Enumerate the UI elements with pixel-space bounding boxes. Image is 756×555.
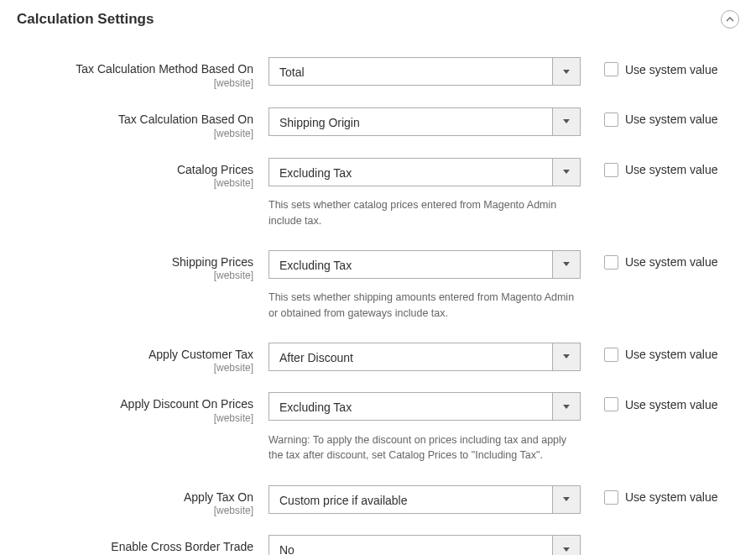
select-dropdown-button[interactable] — [552, 343, 581, 371]
select-field[interactable]: Shipping Origin — [269, 107, 581, 136]
field-label: Apply Tax On — [17, 490, 253, 505]
field-scope: [website] — [17, 505, 253, 516]
select-dropdown-button[interactable] — [552, 107, 581, 136]
use-system-value-checkbox[interactable] — [604, 348, 618, 362]
use-system-value-checkbox[interactable] — [604, 490, 618, 505]
select-dropdown-button[interactable] — [552, 485, 581, 514]
select-value[interactable]: Custom price if available — [269, 485, 552, 514]
field-scope: [website] — [17, 77, 253, 89]
field-label: Tax Calculation Based On — [17, 113, 253, 127]
field-label: Apply Customer Tax — [17, 348, 253, 362]
select-value[interactable]: Total — [269, 57, 552, 86]
select-value[interactable]: Excluding Tax — [269, 158, 552, 186]
select-value[interactable]: No — [269, 535, 552, 555]
caret-down-icon — [563, 497, 570, 501]
use-system-value-checkbox[interactable] — [604, 397, 618, 411]
use-system-value-label[interactable]: Use system value — [625, 163, 717, 176]
use-system-value-label[interactable]: Use system value — [625, 490, 717, 504]
caret-down-icon — [563, 405, 570, 409]
use-system-value-label[interactable]: Use system value — [625, 63, 717, 76]
use-system-value-checkbox[interactable] — [604, 62, 618, 76]
select-value[interactable]: Excluding Tax — [269, 392, 552, 421]
caret-down-icon — [563, 547, 570, 552]
select-field[interactable]: Custom price if available — [269, 485, 581, 514]
caret-down-icon — [563, 354, 570, 359]
section-title: Calculation Settings — [17, 11, 154, 28]
field-scope: [website] — [17, 128, 253, 139]
field-label: Catalog Prices — [17, 163, 253, 177]
field-label: Apply Discount On Prices — [17, 397, 253, 411]
select-field[interactable]: Excluding Tax — [269, 392, 581, 421]
field-label: Tax Calculation Method Based On — [17, 62, 253, 76]
select-dropdown-button[interactable] — [552, 250, 581, 279]
select-field[interactable]: Total — [269, 57, 581, 86]
select-dropdown-button[interactable] — [552, 535, 581, 555]
field-scope: [website] — [17, 412, 253, 424]
use-system-value-label[interactable]: Use system value — [625, 348, 717, 361]
select-value[interactable]: Shipping Origin — [269, 107, 552, 136]
use-system-value-label[interactable]: Use system value — [625, 398, 717, 411]
use-system-value-label[interactable]: Use system value — [625, 255, 717, 269]
field-label: Shipping Prices — [17, 255, 253, 270]
use-system-value-checkbox[interactable] — [604, 163, 618, 177]
field-note: Warning: To apply the discount on prices… — [269, 431, 581, 463]
select-dropdown-button[interactable] — [552, 158, 581, 186]
chevron-up-icon — [726, 17, 734, 22]
field-note: This sets whether shipping amounts enter… — [269, 288, 581, 320]
select-field[interactable]: No — [269, 535, 581, 555]
select-value[interactable]: Excluding Tax — [269, 250, 552, 279]
select-field[interactable]: Excluding Tax — [269, 158, 581, 186]
caret-down-icon — [563, 119, 570, 123]
select-dropdown-button[interactable] — [552, 392, 581, 421]
field-scope: [website] — [17, 362, 253, 374]
use-system-value-label[interactable]: Use system value — [625, 113, 717, 126]
caret-down-icon — [563, 170, 570, 174]
select-field[interactable]: Excluding Tax — [269, 250, 581, 279]
field-scope: [website] — [17, 270, 253, 281]
caret-down-icon — [563, 70, 570, 74]
select-field[interactable]: After Discount — [269, 343, 581, 371]
use-system-value-checkbox[interactable] — [604, 113, 618, 127]
field-note: This sets whether catalog prices entered… — [269, 196, 581, 228]
field-label: Enable Cross Border Trade — [17, 540, 253, 554]
field-scope: [website] — [17, 177, 253, 189]
use-system-value-checkbox[interactable] — [604, 255, 618, 270]
select-dropdown-button[interactable] — [552, 57, 581, 86]
collapse-toggle-button[interactable] — [721, 10, 739, 29]
caret-down-icon — [563, 262, 570, 266]
select-value[interactable]: After Discount — [269, 343, 552, 371]
